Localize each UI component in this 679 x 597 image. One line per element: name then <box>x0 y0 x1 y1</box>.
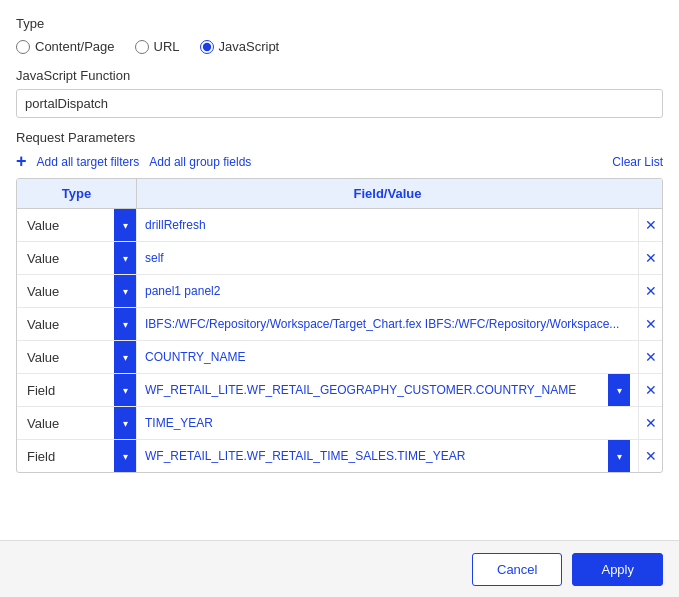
cell-field-3: IBFS:/WFC/Repository/Workspace/Target_Ch… <box>137 317 638 331</box>
field-value-2: panel1 panel2 <box>145 284 630 298</box>
cell-type-6: Value ▾ <box>17 407 137 439</box>
table-header: Type Field/Value <box>17 179 662 209</box>
javascript-label: JavaScript <box>219 39 280 54</box>
cancel-button[interactable]: Cancel <box>472 553 562 586</box>
type-value-4: Value <box>17 350 114 365</box>
type-dropdown-btn-7[interactable]: ▾ <box>114 440 136 472</box>
cell-field-7: WF_RETAIL_LITE.WF_RETAIL_TIME_SALES.TIME… <box>137 440 638 472</box>
field-value-0: drillRefresh <box>145 218 630 232</box>
type-label: Type <box>16 16 663 31</box>
delete-row-btn-1[interactable]: ✕ <box>638 242 662 274</box>
type-value-7: Field <box>17 449 114 464</box>
cell-type-4: Value ▾ <box>17 341 137 373</box>
type-dropdown-btn-4[interactable]: ▾ <box>114 341 136 373</box>
delete-row-btn-4[interactable]: ✕ <box>638 341 662 373</box>
table-row: Field ▾ WF_RETAIL_LITE.WF_RETAIL_TIME_SA… <box>17 440 662 472</box>
toolbar: + Add all target filters Add all group f… <box>16 151 663 172</box>
field-value-5: WF_RETAIL_LITE.WF_RETAIL_GEOGRAPHY_CUSTO… <box>145 383 604 397</box>
table-row: Value ▾ panel1 panel2 ✕ <box>17 275 662 308</box>
table-row: Field ▾ WF_RETAIL_LITE.WF_RETAIL_GEOGRAP… <box>17 374 662 407</box>
type-dropdown-btn-0[interactable]: ▾ <box>114 209 136 241</box>
field-value-3: IBFS:/WFC/Repository/Workspace/Target_Ch… <box>145 317 630 331</box>
table-row: Value ▾ COUNTRY_NAME ✕ <box>17 341 662 374</box>
field-value-6: TIME_YEAR <box>145 416 630 430</box>
clear-list-link[interactable]: Clear List <box>612 155 663 169</box>
delete-row-btn-5[interactable]: ✕ <box>638 374 662 406</box>
delete-row-btn-0[interactable]: ✕ <box>638 209 662 241</box>
radio-url[interactable]: URL <box>135 39 180 54</box>
type-value-5: Field <box>17 383 114 398</box>
cell-field-6: TIME_YEAR <box>137 416 638 430</box>
js-function-label: JavaScript Function <box>16 68 663 83</box>
delete-row-btn-2[interactable]: ✕ <box>638 275 662 307</box>
cell-field-1: self <box>137 251 638 265</box>
cell-type-0: Value ▾ <box>17 209 137 241</box>
radio-javascript[interactable]: JavaScript <box>200 39 280 54</box>
add-group-fields-link[interactable]: Add all group fields <box>149 155 251 169</box>
js-function-input[interactable] <box>16 89 663 118</box>
cell-field-5: WF_RETAIL_LITE.WF_RETAIL_GEOGRAPHY_CUSTO… <box>137 374 638 406</box>
type-dropdown-btn-5[interactable]: ▾ <box>114 374 136 406</box>
footer: Cancel Apply <box>0 540 679 597</box>
radio-content-page[interactable]: Content/Page <box>16 39 115 54</box>
field-dropdown-btn-5[interactable]: ▾ <box>608 374 630 406</box>
cell-type-2: Value ▾ <box>17 275 137 307</box>
apply-button[interactable]: Apply <box>572 553 663 586</box>
add-row-icon[interactable]: + <box>16 151 27 172</box>
cell-field-4: COUNTRY_NAME <box>137 350 638 364</box>
field-value-1: self <box>145 251 630 265</box>
delete-row-btn-6[interactable]: ✕ <box>638 407 662 439</box>
params-table: Type Field/Value Value ▾ drillRefresh ✕ … <box>16 178 663 473</box>
field-value-4: COUNTRY_NAME <box>145 350 630 364</box>
content-page-label: Content/Page <box>35 39 115 54</box>
table-body: Value ▾ drillRefresh ✕ Value ▾ self ✕ Va… <box>17 209 662 472</box>
type-dropdown-btn-3[interactable]: ▾ <box>114 308 136 340</box>
cell-field-2: panel1 panel2 <box>137 284 638 298</box>
url-label: URL <box>154 39 180 54</box>
type-radio-group: Content/Page URL JavaScript <box>16 39 663 54</box>
type-value-3: Value <box>17 317 114 332</box>
cell-type-7: Field ▾ <box>17 440 137 472</box>
type-value-6: Value <box>17 416 114 431</box>
table-row: Value ▾ IBFS:/WFC/Repository/Workspace/T… <box>17 308 662 341</box>
cell-type-5: Field ▾ <box>17 374 137 406</box>
table-row: Value ▾ self ✕ <box>17 242 662 275</box>
type-value-0: Value <box>17 218 114 233</box>
field-value-7: WF_RETAIL_LITE.WF_RETAIL_TIME_SALES.TIME… <box>145 449 604 463</box>
delete-row-btn-3[interactable]: ✕ <box>638 308 662 340</box>
col-header-action <box>638 179 662 208</box>
col-header-field: Field/Value <box>137 179 638 208</box>
cell-type-1: Value ▾ <box>17 242 137 274</box>
delete-row-btn-7[interactable]: ✕ <box>638 440 662 472</box>
field-dropdown-btn-7[interactable]: ▾ <box>608 440 630 472</box>
col-header-type: Type <box>17 179 137 208</box>
cell-field-0: drillRefresh <box>137 218 638 232</box>
cell-type-3: Value ▾ <box>17 308 137 340</box>
table-row: Value ▾ drillRefresh ✕ <box>17 209 662 242</box>
add-target-filters-link[interactable]: Add all target filters <box>37 155 140 169</box>
type-dropdown-btn-2[interactable]: ▾ <box>114 275 136 307</box>
table-row: Value ▾ TIME_YEAR ✕ <box>17 407 662 440</box>
type-value-1: Value <box>17 251 114 266</box>
request-params-label: Request Parameters <box>16 130 663 145</box>
type-dropdown-btn-6[interactable]: ▾ <box>114 407 136 439</box>
type-value-2: Value <box>17 284 114 299</box>
type-dropdown-btn-1[interactable]: ▾ <box>114 242 136 274</box>
